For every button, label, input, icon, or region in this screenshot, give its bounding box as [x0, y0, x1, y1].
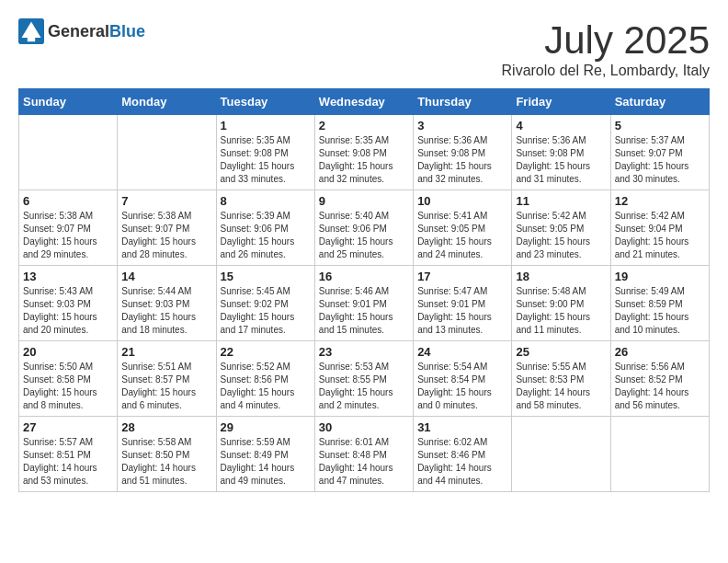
- day-info: Sunrise: 5:48 AM Sunset: 9:00 PM Dayligh…: [516, 285, 606, 337]
- day-number: 1: [221, 119, 311, 132]
- day-number: 4: [516, 119, 606, 132]
- day-info: Sunrise: 5:50 AM Sunset: 8:58 PM Dayligh…: [23, 361, 113, 412]
- day-number: 15: [221, 270, 311, 283]
- day-number: 27: [23, 420, 113, 434]
- day-info: Sunrise: 5:39 AM Sunset: 9:06 PM Dayligh…: [221, 210, 311, 261]
- day-info: Sunrise: 5:47 AM Sunset: 9:01 PM Dayligh…: [417, 285, 507, 337]
- calendar-cell: [118, 115, 216, 190]
- day-info: Sunrise: 5:38 AM Sunset: 9:07 PM Dayligh…: [121, 210, 211, 261]
- week-row-3: 13Sunrise: 5:43 AM Sunset: 9:03 PM Dayli…: [19, 266, 710, 341]
- calendar-cell: 4Sunrise: 5:36 AM Sunset: 9:08 PM Daylig…: [512, 115, 610, 190]
- day-info: Sunrise: 5:52 AM Sunset: 8:56 PM Dayligh…: [221, 361, 311, 412]
- svg-rect-2: [28, 37, 35, 42]
- day-number: 11: [516, 194, 606, 208]
- calendar-cell: 21Sunrise: 5:51 AM Sunset: 8:57 PM Dayli…: [118, 341, 216, 417]
- day-number: 31: [417, 420, 507, 434]
- day-info: Sunrise: 6:02 AM Sunset: 8:46 PM Dayligh…: [417, 436, 507, 488]
- day-number: 20: [23, 345, 113, 359]
- day-number: 9: [319, 194, 409, 208]
- day-info: Sunrise: 5:44 AM Sunset: 9:03 PM Dayligh…: [121, 285, 211, 337]
- calendar-cell: [610, 417, 709, 492]
- calendar-cell: 22Sunrise: 5:52 AM Sunset: 8:56 PM Dayli…: [216, 341, 314, 417]
- day-number: 17: [417, 270, 507, 283]
- day-number: 14: [121, 270, 211, 283]
- day-info: Sunrise: 5:35 AM Sunset: 9:08 PM Dayligh…: [319, 134, 409, 186]
- calendar-cell: 11Sunrise: 5:42 AM Sunset: 9:05 PM Dayli…: [512, 190, 610, 266]
- week-row-1: 1Sunrise: 5:35 AM Sunset: 9:08 PM Daylig…: [19, 115, 710, 190]
- day-info: Sunrise: 5:59 AM Sunset: 8:49 PM Dayligh…: [221, 436, 311, 488]
- logo-general-text: General: [48, 22, 109, 40]
- calendar-cell: 7Sunrise: 5:38 AM Sunset: 9:07 PM Daylig…: [118, 190, 216, 266]
- day-number: 24: [417, 345, 507, 359]
- day-number: 5: [615, 119, 705, 132]
- day-number: 25: [516, 345, 606, 359]
- week-row-2: 6Sunrise: 5:38 AM Sunset: 9:07 PM Daylig…: [19, 190, 710, 266]
- day-number: 3: [417, 119, 507, 132]
- location-subtitle: Rivarolo del Re, Lombardy, Italy: [502, 63, 710, 79]
- week-row-5: 27Sunrise: 5:57 AM Sunset: 8:51 PM Dayli…: [19, 417, 710, 492]
- day-info: Sunrise: 5:54 AM Sunset: 8:54 PM Dayligh…: [417, 361, 507, 412]
- header-saturday: Saturday: [610, 89, 709, 115]
- day-info: Sunrise: 5:38 AM Sunset: 9:07 PM Dayligh…: [23, 210, 113, 261]
- calendar-table: Sunday Monday Tuesday Wednesday Thursday…: [18, 88, 710, 492]
- calendar-cell: 27Sunrise: 5:57 AM Sunset: 8:51 PM Dayli…: [19, 417, 118, 492]
- day-number: 30: [319, 420, 409, 434]
- header-sunday: Sunday: [19, 89, 118, 115]
- day-number: 13: [23, 270, 113, 283]
- logo: GeneralBlue: [18, 18, 145, 44]
- calendar-cell: 19Sunrise: 5:49 AM Sunset: 8:59 PM Dayli…: [610, 266, 709, 341]
- calendar-cell: 20Sunrise: 5:50 AM Sunset: 8:58 PM Dayli…: [19, 341, 118, 417]
- title-area: July 2025 Rivarolo del Re, Lombardy, Ita…: [502, 18, 710, 79]
- calendar-cell: 23Sunrise: 5:53 AM Sunset: 8:55 PM Dayli…: [314, 341, 413, 417]
- day-number: 10: [417, 194, 507, 208]
- header-wednesday: Wednesday: [314, 89, 413, 115]
- day-info: Sunrise: 5:49 AM Sunset: 8:59 PM Dayligh…: [615, 285, 705, 337]
- day-info: Sunrise: 5:37 AM Sunset: 9:07 PM Dayligh…: [615, 134, 705, 186]
- calendar-cell: 18Sunrise: 5:48 AM Sunset: 9:00 PM Dayli…: [512, 266, 610, 341]
- calendar-cell: 31Sunrise: 6:02 AM Sunset: 8:46 PM Dayli…: [414, 417, 512, 492]
- calendar-cell: 14Sunrise: 5:44 AM Sunset: 9:03 PM Dayli…: [118, 266, 216, 341]
- day-number: 23: [319, 345, 409, 359]
- day-info: Sunrise: 5:40 AM Sunset: 9:06 PM Dayligh…: [319, 210, 409, 261]
- day-number: 19: [615, 270, 705, 283]
- calendar-cell: 6Sunrise: 5:38 AM Sunset: 9:07 PM Daylig…: [19, 190, 118, 266]
- day-info: Sunrise: 6:01 AM Sunset: 8:48 PM Dayligh…: [319, 436, 409, 488]
- day-number: 26: [615, 345, 705, 359]
- calendar-cell: [19, 115, 118, 190]
- header-tuesday: Tuesday: [216, 89, 314, 115]
- calendar-cell: 29Sunrise: 5:59 AM Sunset: 8:49 PM Dayli…: [216, 417, 314, 492]
- calendar-cell: 5Sunrise: 5:37 AM Sunset: 9:07 PM Daylig…: [610, 115, 709, 190]
- calendar-cell: 3Sunrise: 5:36 AM Sunset: 9:08 PM Daylig…: [414, 115, 512, 190]
- day-info: Sunrise: 5:42 AM Sunset: 9:05 PM Dayligh…: [516, 210, 606, 261]
- day-info: Sunrise: 5:53 AM Sunset: 8:55 PM Dayligh…: [319, 361, 409, 412]
- header-thursday: Thursday: [414, 89, 512, 115]
- day-info: Sunrise: 5:45 AM Sunset: 9:02 PM Dayligh…: [221, 285, 311, 337]
- day-number: 8: [221, 194, 311, 208]
- calendar-cell: 8Sunrise: 5:39 AM Sunset: 9:06 PM Daylig…: [216, 190, 314, 266]
- day-number: 21: [121, 345, 211, 359]
- day-info: Sunrise: 5:56 AM Sunset: 8:52 PM Dayligh…: [615, 361, 705, 412]
- logo-blue-text: Blue: [109, 22, 145, 40]
- day-info: Sunrise: 5:35 AM Sunset: 9:08 PM Dayligh…: [221, 134, 311, 186]
- calendar-cell: 15Sunrise: 5:45 AM Sunset: 9:02 PM Dayli…: [216, 266, 314, 341]
- calendar-cell: 24Sunrise: 5:54 AM Sunset: 8:54 PM Dayli…: [414, 341, 512, 417]
- day-info: Sunrise: 5:36 AM Sunset: 9:08 PM Dayligh…: [417, 134, 507, 186]
- day-number: 7: [121, 194, 211, 208]
- calendar-cell: 16Sunrise: 5:46 AM Sunset: 9:01 PM Dayli…: [314, 266, 413, 341]
- calendar-cell: 12Sunrise: 5:42 AM Sunset: 9:04 PM Dayli…: [610, 190, 709, 266]
- day-number: 18: [516, 270, 606, 283]
- weekday-header-row: Sunday Monday Tuesday Wednesday Thursday…: [19, 89, 710, 115]
- day-number: 2: [319, 119, 409, 132]
- day-info: Sunrise: 5:36 AM Sunset: 9:08 PM Dayligh…: [516, 134, 606, 186]
- day-info: Sunrise: 5:43 AM Sunset: 9:03 PM Dayligh…: [23, 285, 113, 337]
- day-info: Sunrise: 5:41 AM Sunset: 9:05 PM Dayligh…: [417, 210, 507, 261]
- calendar-cell: 13Sunrise: 5:43 AM Sunset: 9:03 PM Dayli…: [19, 266, 118, 341]
- calendar-cell: 26Sunrise: 5:56 AM Sunset: 8:52 PM Dayli…: [610, 341, 709, 417]
- calendar-cell: 17Sunrise: 5:47 AM Sunset: 9:01 PM Dayli…: [414, 266, 512, 341]
- page-header: GeneralBlue July 2025 Rivarolo del Re, L…: [18, 18, 710, 79]
- header-friday: Friday: [512, 89, 610, 115]
- calendar-cell: 9Sunrise: 5:40 AM Sunset: 9:06 PM Daylig…: [314, 190, 413, 266]
- day-number: 12: [615, 194, 705, 208]
- calendar-cell: 1Sunrise: 5:35 AM Sunset: 9:08 PM Daylig…: [216, 115, 314, 190]
- calendar-cell: 28Sunrise: 5:58 AM Sunset: 8:50 PM Dayli…: [118, 417, 216, 492]
